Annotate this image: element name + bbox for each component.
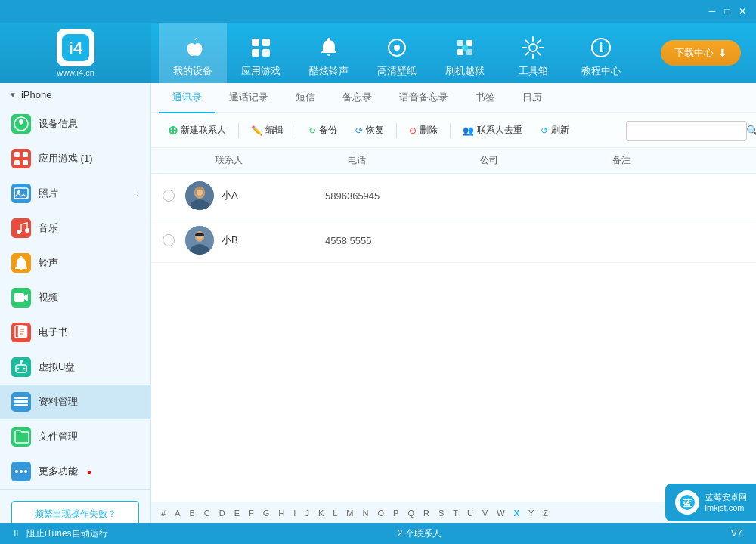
alpha-O[interactable]: O bbox=[375, 507, 386, 519]
close-button[interactable]: ✕ bbox=[735, 4, 750, 19]
alpha-V[interactable]: V bbox=[480, 507, 490, 519]
sidebar-item-video[interactable]: 视频 bbox=[0, 280, 150, 315]
alpha-P[interactable]: P bbox=[391, 507, 401, 519]
alpha-hash[interactable]: # bbox=[159, 507, 168, 519]
svg-point-24 bbox=[17, 190, 20, 193]
svg-rect-20 bbox=[23, 152, 28, 157]
ringtones-sidebar-icon bbox=[11, 253, 31, 273]
refresh-button[interactable]: ↺ 刷新 bbox=[533, 120, 577, 141]
tab-voice-memo[interactable]: 语音备忘录 bbox=[386, 83, 462, 113]
photos-sidebar-icon bbox=[11, 184, 31, 203]
sidebar-item-more[interactable]: 更多功能 ● bbox=[0, 454, 150, 489]
contacts-count: 2 个联系人 bbox=[398, 527, 442, 540]
apple-icon bbox=[179, 34, 206, 61]
table-row[interactable]: 小B 4558 5555 bbox=[151, 218, 756, 263]
contacts-table: 小A 5896365945 bbox=[151, 174, 756, 502]
sidebar-item-ringtones[interactable]: 铃声 bbox=[0, 246, 150, 280]
alpha-Q[interactable]: Q bbox=[405, 507, 417, 519]
sidebar-item-file-mgmt[interactable]: 文件管理 bbox=[0, 419, 150, 454]
row2-check bbox=[163, 234, 185, 246]
alpha-T[interactable]: T bbox=[451, 507, 460, 519]
alpha-Z[interactable]: Z bbox=[541, 507, 550, 519]
video-sidebar-icon bbox=[11, 288, 31, 308]
header-phone: 电话 bbox=[348, 154, 480, 167]
tab-bookmarks[interactable]: 书签 bbox=[462, 83, 509, 113]
nav-tab-jailbreak[interactable]: 刷机越狱 bbox=[431, 23, 499, 83]
refresh-label: 刷新 bbox=[551, 124, 569, 137]
row2-radio[interactable] bbox=[163, 234, 175, 246]
nav-tab-apps[interactable]: 应用游戏 bbox=[227, 23, 295, 83]
wallpaper-nav-icon bbox=[383, 34, 411, 61]
alpha-R[interactable]: R bbox=[421, 507, 432, 519]
nav-tab-wallpaper[interactable]: 高清壁纸 bbox=[363, 23, 431, 83]
row1-radio[interactable] bbox=[163, 190, 175, 202]
alpha-N[interactable]: N bbox=[361, 507, 371, 519]
table-row[interactable]: 小A 5896365945 bbox=[151, 174, 756, 218]
sidebar-item-ebook[interactable]: 电子书 bbox=[0, 315, 150, 350]
arrow-icon: ▼ bbox=[9, 91, 17, 99]
row1-phone: 5896365945 bbox=[325, 190, 465, 202]
nav-tab-ringtones[interactable]: 酷炫铃声 bbox=[295, 23, 363, 83]
svg-rect-22 bbox=[23, 160, 28, 165]
download-center-button[interactable]: 下载中心 ⬇ bbox=[661, 40, 741, 66]
sidebar-item-apps[interactable]: 应用游戏 (1) bbox=[0, 141, 150, 176]
edit-button[interactable]: ✏️ 编辑 bbox=[243, 120, 291, 141]
logo-subtitle: www.i4.cn bbox=[57, 68, 94, 77]
alpha-J[interactable]: J bbox=[302, 507, 311, 519]
tab-memo[interactable]: 备忘录 bbox=[329, 83, 386, 113]
alpha-S[interactable]: S bbox=[436, 507, 446, 519]
alpha-I[interactable]: I bbox=[291, 507, 298, 519]
backup-button[interactable]: ↻ 备份 bbox=[301, 120, 345, 141]
nav-tab-my-device[interactable]: 我的设备 bbox=[159, 23, 227, 83]
alpha-E[interactable]: E bbox=[232, 507, 242, 519]
header-right: 下载中心 ⬇ bbox=[661, 40, 756, 66]
alpha-M[interactable]: M bbox=[344, 507, 355, 519]
trouble-button[interactable]: 频繁出现操作失败？ bbox=[11, 501, 139, 523]
backup-label: 备份 bbox=[319, 124, 337, 137]
alpha-Y[interactable]: Y bbox=[526, 507, 536, 519]
row2-phone: 4558 5555 bbox=[325, 235, 465, 246]
alpha-D[interactable]: D bbox=[217, 507, 228, 519]
alpha-H[interactable]: H bbox=[276, 507, 287, 519]
delete-button[interactable]: ⊖ 删除 bbox=[401, 120, 445, 141]
tools-nav-icon bbox=[519, 34, 547, 61]
alpha-A[interactable]: A bbox=[172, 507, 182, 519]
svg-rect-21 bbox=[14, 160, 20, 165]
sidebar-item-ebook-label: 电子书 bbox=[39, 326, 68, 339]
sidebar-item-virtual-usb[interactable]: 虚拟U盘 bbox=[0, 350, 150, 385]
alpha-W[interactable]: W bbox=[494, 507, 507, 519]
tab-calendar[interactable]: 日历 bbox=[509, 83, 556, 113]
dedup-button[interactable]: 👥 联系人去重 bbox=[455, 120, 530, 141]
sidebar-item-data-mgmt[interactable]: 资料管理 bbox=[0, 385, 150, 419]
main-layout: ▼ iPhone i 设备信息 应用游戏 (1) 照片 › bbox=[0, 83, 756, 523]
alpha-K[interactable]: K bbox=[316, 507, 326, 519]
sidebar-item-music[interactable]: 音乐 bbox=[0, 211, 150, 246]
minimize-button[interactable]: ─ bbox=[705, 4, 720, 19]
svg-rect-11 bbox=[466, 49, 472, 55]
search-input[interactable] bbox=[633, 125, 746, 136]
alpha-L[interactable]: L bbox=[330, 507, 339, 519]
new-contact-icon: ⊕ bbox=[168, 123, 178, 138]
maximize-button[interactable]: □ bbox=[720, 4, 735, 19]
svg-point-32 bbox=[17, 368, 20, 370]
alpha-F[interactable]: F bbox=[246, 507, 256, 519]
photos-expand-icon: › bbox=[136, 189, 139, 198]
alpha-G[interactable]: G bbox=[261, 507, 272, 519]
alpha-C[interactable]: C bbox=[202, 507, 212, 519]
nav-tab-tutorial[interactable]: i 教程中心 bbox=[567, 23, 635, 83]
nav-tab-tools[interactable]: 工具箱 bbox=[499, 23, 567, 83]
tab-contacts[interactable]: 通讯录 bbox=[159, 83, 215, 113]
alpha-U[interactable]: U bbox=[465, 507, 476, 519]
sidebar-item-device-info[interactable]: i 设备信息 bbox=[0, 107, 150, 141]
tab-call-log[interactable]: 通话记录 bbox=[215, 83, 282, 113]
sidebar-item-photos[interactable]: 照片 › bbox=[0, 176, 150, 211]
restore-button[interactable]: ⟳ 恢复 bbox=[348, 120, 392, 141]
new-contact-button[interactable]: ⊕ 新建联系人 bbox=[160, 119, 234, 141]
svg-rect-3 bbox=[262, 39, 270, 46]
sidebar-item-data-mgmt-label: 资料管理 bbox=[39, 395, 78, 409]
tab-sms[interactable]: 短信 bbox=[282, 83, 329, 113]
alpha-B[interactable]: B bbox=[187, 507, 197, 519]
watermark-line2: lmkjst.com bbox=[705, 502, 747, 513]
data-mgmt-sidebar-icon bbox=[11, 392, 31, 412]
alpha-X[interactable]: X bbox=[512, 507, 522, 519]
